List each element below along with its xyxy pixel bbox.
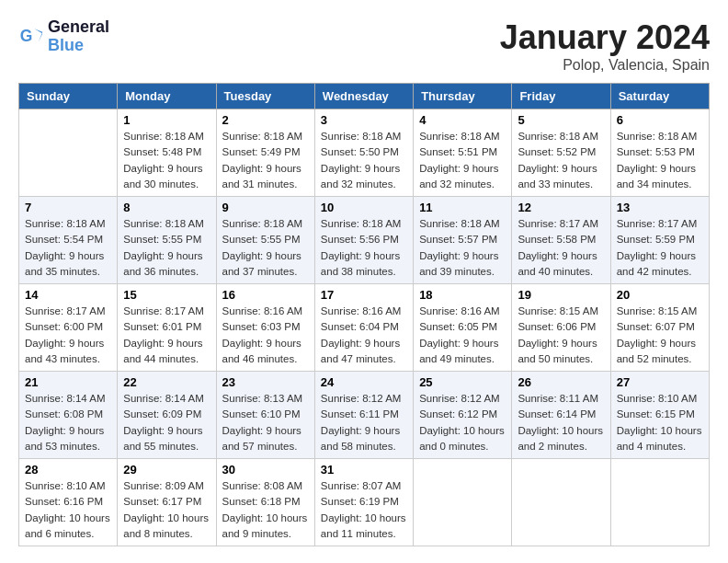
- day-info: Sunrise: 8:11 AMSunset: 6:14 PMDaylight:…: [518, 391, 604, 454]
- day-detail: Sunset: 6:17 PM: [123, 494, 210, 510]
- calendar-cell: 18Sunrise: 8:16 AMSunset: 6:05 PMDayligh…: [414, 284, 512, 372]
- day-number: 16: [222, 288, 309, 302]
- day-detail: Sunset: 6:03 PM: [222, 319, 309, 335]
- calendar-cell: [512, 459, 610, 546]
- day-detail: Sunrise: 8:12 AM: [321, 391, 407, 407]
- day-detail: Daylight: 9 hours and 50 minutes.: [518, 336, 604, 368]
- calendar-cell: 3Sunrise: 8:18 AMSunset: 5:50 PMDaylight…: [314, 109, 413, 197]
- day-detail: Daylight: 9 hours and 30 minutes.: [123, 161, 210, 193]
- day-detail: Daylight: 9 hours and 53 minutes.: [25, 423, 111, 455]
- day-detail: Sunrise: 8:18 AM: [321, 129, 407, 144]
- day-detail: Sunrise: 8:18 AM: [518, 129, 604, 144]
- day-info: Sunrise: 8:09 AMSunset: 6:17 PMDaylight:…: [123, 478, 210, 542]
- calendar-cell: [19, 109, 118, 197]
- day-detail: Daylight: 9 hours and 47 minutes.: [321, 336, 407, 368]
- calendar-cell: 27Sunrise: 8:10 AMSunset: 6:15 PMDayligh…: [610, 372, 709, 459]
- day-detail: Sunset: 5:49 PM: [222, 144, 309, 160]
- day-info: Sunrise: 8:13 AMSunset: 6:10 PMDaylight:…: [222, 391, 309, 454]
- day-number: 21: [25, 375, 111, 389]
- day-detail: Sunrise: 8:09 AM: [123, 478, 210, 494]
- day-detail: Sunset: 5:48 PM: [123, 144, 210, 160]
- day-detail: Sunrise: 8:18 AM: [617, 129, 703, 144]
- day-detail: Sunset: 6:19 PM: [321, 494, 407, 510]
- day-detail: Sunset: 5:59 PM: [617, 232, 703, 247]
- day-detail: Sunset: 6:05 PM: [419, 319, 506, 335]
- day-detail: Sunset: 6:16 PM: [25, 494, 111, 510]
- calendar-cell: 24Sunrise: 8:12 AMSunset: 6:11 PMDayligh…: [314, 372, 413, 459]
- day-detail: Daylight: 9 hours and 52 minutes.: [617, 336, 703, 368]
- location: Polop, Valencia, Spain: [500, 57, 710, 74]
- day-number: 26: [518, 375, 604, 389]
- day-header-sunday: Sunday: [19, 84, 118, 109]
- calendar-cell: 19Sunrise: 8:15 AMSunset: 6:06 PMDayligh…: [512, 284, 610, 372]
- day-detail: Sunset: 5:56 PM: [321, 232, 407, 247]
- day-detail: Sunrise: 8:16 AM: [222, 304, 309, 319]
- day-detail: Daylight: 9 hours and 49 minutes.: [419, 336, 506, 368]
- day-number: 19: [518, 288, 604, 302]
- day-info: Sunrise: 8:10 AMSunset: 6:15 PMDaylight:…: [617, 391, 703, 454]
- day-detail: Sunrise: 8:08 AM: [222, 478, 309, 494]
- day-detail: Daylight: 10 hours and 0 minutes.: [419, 423, 506, 455]
- day-info: Sunrise: 8:14 AMSunset: 6:09 PMDaylight:…: [123, 391, 210, 454]
- day-detail: Sunset: 5:55 PM: [123, 232, 210, 247]
- day-detail: Sunrise: 8:18 AM: [222, 129, 309, 144]
- day-detail: Daylight: 9 hours and 58 minutes.: [321, 423, 407, 455]
- day-detail: Sunrise: 8:17 AM: [123, 304, 210, 319]
- day-detail: Sunset: 5:52 PM: [518, 144, 604, 160]
- day-number: 30: [222, 463, 309, 477]
- day-detail: Sunset: 6:14 PM: [518, 407, 604, 422]
- day-info: Sunrise: 8:16 AMSunset: 6:05 PMDaylight:…: [419, 304, 506, 367]
- day-detail: Sunrise: 8:18 AM: [419, 216, 506, 232]
- day-header-saturday: Saturday: [610, 84, 709, 109]
- day-header-monday: Monday: [118, 84, 216, 109]
- svg-marker-1: [35, 29, 43, 41]
- day-number: 3: [321, 113, 407, 127]
- day-detail: Sunrise: 8:10 AM: [25, 478, 111, 494]
- day-number: 14: [25, 288, 111, 302]
- day-info: Sunrise: 8:17 AMSunset: 5:58 PMDaylight:…: [518, 216, 604, 280]
- day-number: 7: [25, 201, 111, 214]
- day-info: Sunrise: 8:14 AMSunset: 6:08 PMDaylight:…: [25, 391, 111, 454]
- day-info: Sunrise: 8:18 AMSunset: 5:55 PMDaylight:…: [222, 216, 309, 280]
- calendar-cell: 1Sunrise: 8:18 AMSunset: 5:48 PMDaylight…: [118, 109, 216, 197]
- day-detail: Daylight: 10 hours and 11 minutes.: [321, 511, 407, 543]
- svg-text:G: G: [20, 27, 33, 45]
- day-number: 13: [617, 201, 703, 214]
- day-info: Sunrise: 8:18 AMSunset: 5:48 PMDaylight:…: [123, 129, 210, 192]
- day-detail: Daylight: 9 hours and 33 minutes.: [518, 161, 604, 193]
- calendar-cell: 5Sunrise: 8:18 AMSunset: 5:52 PMDaylight…: [512, 109, 610, 197]
- day-info: Sunrise: 8:18 AMSunset: 5:55 PMDaylight:…: [123, 216, 210, 280]
- day-detail: Sunrise: 8:15 AM: [617, 304, 703, 319]
- day-info: Sunrise: 8:15 AMSunset: 6:07 PMDaylight:…: [617, 304, 703, 367]
- day-detail: Sunrise: 8:17 AM: [617, 216, 703, 232]
- day-info: Sunrise: 8:16 AMSunset: 6:03 PMDaylight:…: [222, 304, 309, 367]
- day-header-friday: Friday: [512, 84, 610, 109]
- day-number: 5: [518, 113, 604, 127]
- day-detail: Daylight: 10 hours and 8 minutes.: [123, 511, 210, 543]
- day-detail: Sunset: 6:12 PM: [419, 407, 506, 422]
- calendar-cell: 14Sunrise: 8:17 AMSunset: 6:00 PMDayligh…: [19, 284, 118, 372]
- calendar-cell: 8Sunrise: 8:18 AMSunset: 5:55 PMDaylight…: [118, 197, 216, 284]
- day-detail: Sunset: 6:04 PM: [321, 319, 407, 335]
- day-detail: Sunset: 5:57 PM: [419, 232, 506, 247]
- calendar-table: SundayMondayTuesdayWednesdayThursdayFrid…: [18, 83, 710, 546]
- calendar-week-3: 14Sunrise: 8:17 AMSunset: 6:00 PMDayligh…: [19, 284, 710, 372]
- day-detail: Sunrise: 8:10 AM: [617, 391, 703, 407]
- day-detail: Sunrise: 8:15 AM: [518, 304, 604, 319]
- calendar-header-row: SundayMondayTuesdayWednesdayThursdayFrid…: [19, 84, 710, 109]
- calendar-cell: 16Sunrise: 8:16 AMSunset: 6:03 PMDayligh…: [216, 284, 314, 372]
- day-info: Sunrise: 8:18 AMSunset: 5:51 PMDaylight:…: [419, 129, 506, 192]
- day-info: Sunrise: 8:17 AMSunset: 5:59 PMDaylight:…: [617, 216, 703, 280]
- day-detail: Sunset: 6:00 PM: [25, 319, 111, 335]
- logo: G General Blue: [18, 18, 109, 55]
- day-detail: Sunrise: 8:11 AM: [518, 391, 604, 407]
- day-info: Sunrise: 8:18 AMSunset: 5:54 PMDaylight:…: [25, 216, 111, 280]
- day-number: 10: [321, 201, 407, 214]
- day-number: 24: [321, 375, 407, 389]
- day-detail: Sunrise: 8:16 AM: [419, 304, 506, 319]
- day-detail: Daylight: 9 hours and 37 minutes.: [222, 248, 309, 281]
- logo-icon: G: [18, 24, 44, 50]
- calendar-cell: 21Sunrise: 8:14 AMSunset: 6:08 PMDayligh…: [19, 372, 118, 459]
- day-detail: Sunrise: 8:14 AM: [25, 391, 111, 407]
- day-number: 22: [123, 375, 210, 389]
